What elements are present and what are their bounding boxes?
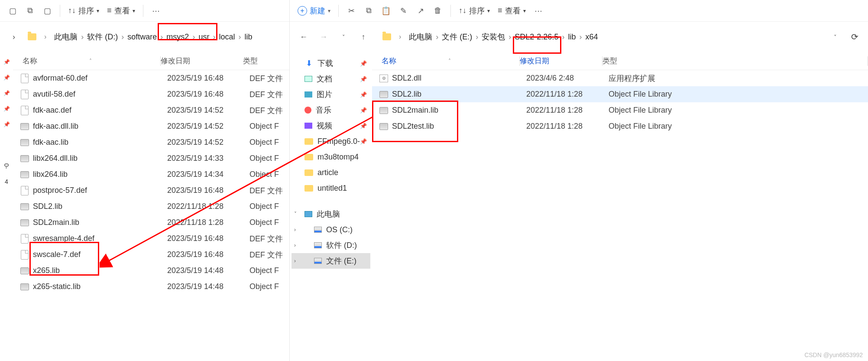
breadcrumb-item[interactable]: x64 — [585, 33, 598, 42]
refresh-button[interactable]: ⟳ — [849, 31, 860, 42]
file-row[interactable]: SDL2.lib2022/11/18 1:28Object File Libra… — [372, 86, 868, 102]
more-icon[interactable]: ⋯ — [534, 6, 543, 16]
more-icon[interactable]: ⋯ — [151, 6, 161, 16]
right-window: + 新建 ▾ ✂ ⧉ 📋 ✎ ↗ 🗑 ↑↓ 排序 ▾ ≡ 查看 ▾ ⋯ — [290, 0, 868, 361]
breadcrumb-item[interactable]: 软件 (D:) — [87, 32, 118, 42]
sidebar-item[interactable]: 音乐📌 — [291, 102, 370, 118]
share-icon[interactable]: ↗ — [416, 6, 425, 16]
lib-icon — [20, 139, 29, 146]
separator — [450, 5, 451, 17]
view-button[interactable]: ≡ 查看 ▾ — [498, 6, 526, 16]
breadcrumb-item[interactable]: 此电脑 — [409, 32, 432, 42]
file-row[interactable]: fdk-aac.lib2023/5/19 14:52Object F — [13, 134, 289, 150]
sidebar-item[interactable]: m3u8tomp4 — [291, 149, 370, 165]
file-date: 2023/5/19 14:48 — [167, 266, 249, 275]
breadcrumb[interactable]: 此电脑›软件 (D:)›software›msys2›usr›local›lib — [54, 32, 282, 42]
file-name: swscale-7.def — [33, 250, 167, 259]
file-row[interactable]: postproc-57.def2023/5/19 16:48DEF 文件 — [13, 182, 289, 198]
file-row[interactable]: SDL2main.lib2022/11/18 1:28Object File L… — [372, 102, 868, 118]
sidebar-item[interactable]: 文档📌 — [291, 71, 370, 87]
view-button[interactable]: ≡ 查看 ▾ — [107, 6, 135, 16]
breadcrumb-item[interactable]: 安装包 — [482, 32, 505, 42]
new-label: 新建 — [310, 6, 325, 16]
lib-icon — [379, 107, 388, 114]
chevron-right-icon[interactable]: › — [8, 31, 20, 43]
sidebar-item[interactable]: FFmpeg6.0-📌 — [291, 133, 370, 149]
column-type[interactable]: 类型 — [602, 56, 868, 66]
paste-icon[interactable]: ▢ — [42, 6, 52, 16]
chevron-down-icon: ▾ — [328, 8, 330, 14]
breadcrumb-item[interactable]: msys2 — [166, 33, 189, 42]
file-row[interactable]: fdk-aac.dll.lib2023/5/19 14:52Object F — [13, 118, 289, 134]
pin-icon[interactable]: 📌 — [0, 71, 13, 84]
chevron-right-icon: › — [476, 33, 478, 42]
column-type[interactable]: 类型 — [243, 56, 289, 66]
new-icon[interactable]: ▢ — [8, 6, 17, 16]
forward-button[interactable]: → — [317, 31, 330, 43]
file-row[interactable]: x265-static.lib2023/5/19 14:48Object F — [13, 279, 289, 295]
pin-icon[interactable]: 📌 — [0, 118, 13, 131]
sidebar-item[interactable]: article — [291, 165, 370, 180]
lib-icon — [379, 91, 388, 98]
sidebar-drive[interactable]: ›OS (C:) — [291, 222, 370, 237]
sidebar-item[interactable]: 图片📌 — [291, 87, 370, 102]
file-date: 2023/5/19 16:48 — [167, 186, 249, 195]
file-row[interactable]: avutil-58.def2023/5/19 16:48DEF 文件 — [13, 86, 289, 102]
file-name: SDL2test.lib — [392, 122, 526, 131]
file-row[interactable]: swscale-7.def2023/5/19 16:48DEF 文件 — [13, 247, 289, 263]
file-row[interactable]: avformat-60.def2023/5/19 16:48DEF 文件 — [13, 70, 289, 86]
lib-icon — [20, 203, 29, 210]
file-row[interactable]: SDL2main.lib2022/11/18 1:28Object F — [13, 215, 289, 231]
sidebar: 下载📌文档📌图片📌音乐📌视频📌FFmpeg6.0-📌m3u8tomp4artic… — [290, 52, 372, 361]
file-icon — [21, 74, 29, 83]
cut-icon[interactable]: ✂ — [347, 6, 356, 16]
sidebar-item[interactable]: 视频📌 — [291, 118, 370, 133]
column-date[interactable]: 修改日期 — [520, 56, 602, 66]
breadcrumb-item[interactable]: 此电脑 — [54, 32, 78, 42]
breadcrumb-item[interactable]: SDL2-2.26.5 — [515, 33, 558, 42]
pin-icon: 📌 — [360, 60, 367, 67]
file-date: 2023/4/6 2:48 — [526, 74, 609, 83]
back-button[interactable]: ← — [298, 31, 310, 43]
sort-button[interactable]: ↑↓ 排序 ▾ — [459, 6, 490, 16]
chevron-down-icon[interactable]: ˅ — [829, 31, 841, 43]
right-file-list: SDL2.dll2023/4/6 2:48应用程序扩展SDL2.lib2022/… — [372, 70, 868, 361]
file-row[interactable]: fdk-aac.def2023/5/19 14:52DEF 文件 — [13, 102, 289, 118]
copy-icon[interactable]: ⧉ — [25, 6, 35, 16]
file-row[interactable]: x265.lib2023/5/19 14:48Object F — [13, 263, 289, 279]
column-name[interactable]: 名称 ˄ — [13, 56, 160, 66]
breadcrumb[interactable]: 此电脑›文件 (E:)›安装包›SDL2-2.26.5›lib›x64 — [409, 32, 821, 42]
copy-icon[interactable]: ⧉ — [364, 6, 373, 16]
file-row[interactable]: SDL2test.lib2022/11/18 1:28Object File L… — [372, 118, 868, 134]
sidebar-item-pc[interactable]: ˅此电脑 — [291, 206, 370, 222]
breadcrumb-item[interactable]: 文件 (E:) — [442, 32, 472, 42]
paste-icon[interactable]: 📋 — [381, 6, 391, 16]
column-date[interactable]: 修改日期 — [161, 56, 243, 66]
breadcrumb-item[interactable]: usr — [198, 33, 209, 42]
delete-icon[interactable]: 🗑 — [433, 6, 443, 16]
rename-icon[interactable]: ✎ — [398, 6, 408, 16]
file-row[interactable]: SDL2.dll2023/4/6 2:48应用程序扩展 — [372, 70, 868, 86]
file-row[interactable]: SDL2.lib2022/11/18 1:28Object F — [13, 198, 289, 215]
up-button[interactable]: ↑ — [357, 31, 369, 43]
history-button[interactable]: ˅ — [337, 31, 350, 43]
chevron-right-icon: › — [121, 33, 124, 42]
file-row[interactable]: libx264.lib2023/5/19 14:34Object F — [13, 166, 289, 182]
new-button[interactable]: + 新建 ▾ — [298, 6, 330, 16]
column-name[interactable]: 名称 ˄ — [372, 56, 519, 66]
sidebar-item[interactable]: 下载📌 — [291, 55, 370, 71]
breadcrumb-item[interactable]: lib — [568, 33, 576, 42]
sidebar-item[interactable]: untitled1 — [291, 180, 370, 196]
breadcrumb-item[interactable]: local — [219, 33, 235, 42]
watermark: CSDN @yun6853992 — [804, 351, 863, 358]
file-row[interactable]: swresample-4.def2023/5/19 16:48DEF 文件 — [13, 231, 289, 247]
sort-button[interactable]: ↑↓ 排序 ▾ — [68, 6, 99, 16]
breadcrumb-item[interactable]: software — [127, 33, 157, 42]
pin-icon[interactable]: 📌 — [0, 87, 13, 100]
sidebar-drive[interactable]: ›文件 (E:) — [291, 253, 370, 269]
file-row[interactable]: libx264.dll.lib2023/5/19 14:33Object F — [13, 150, 289, 166]
breadcrumb-item[interactable]: lib — [244, 33, 252, 42]
sidebar-drive[interactable]: ›软件 (D:) — [291, 237, 370, 253]
pin-icon[interactable]: 📌 — [0, 102, 13, 115]
pin-icon[interactable]: 📌 — [0, 55, 13, 68]
